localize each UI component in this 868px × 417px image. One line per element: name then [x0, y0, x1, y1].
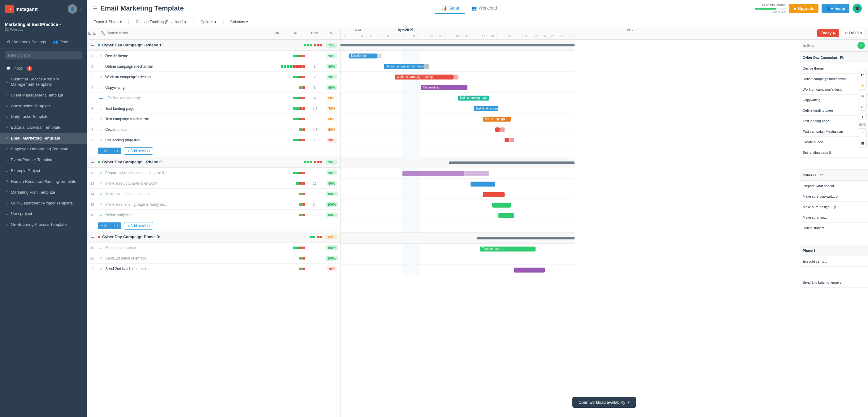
workbook-settings-btn[interactable]: ⚙ Workbook Settings	[5, 38, 48, 45]
sidebar-item-editorial-calendar[interactable]: ≡ Editorial Calendar Template	[0, 122, 87, 133]
gantt-bar-5[interactable]: Define landing page	[458, 96, 489, 100]
section-collapse-icon-3[interactable]: ▬	[87, 235, 98, 238]
gantt-bar-8[interactable]	[495, 127, 500, 132]
sidebar-item-on-boarding[interactable]: ≡ On-Boarding Process Template	[0, 219, 87, 230]
task-check-1[interactable]: ○	[98, 54, 104, 58]
gantt-bar-15[interactable]	[492, 203, 511, 207]
add-task-btn-phase2[interactable]: + Add task	[98, 222, 121, 229]
task-check-4[interactable]: ○	[98, 85, 104, 90]
view-switch-icon[interactable]: ⊟	[93, 31, 97, 36]
sidebar-item-inbox[interactable]: 💬 Inbox 1	[0, 63, 87, 74]
sidebar-item-marketing-plan[interactable]: ≡ Marketing Plan Template	[0, 187, 87, 198]
tab-workload[interactable]: 👥 Workload	[465, 3, 503, 14]
help-button[interactable]: 🎓	[852, 4, 862, 13]
task-check-5[interactable]: ▬	[98, 96, 104, 100]
section-phase3[interactable]: ▬ Cyber Day Campaign Phase 3: 83%	[87, 231, 340, 243]
gantt-expand-icon[interactable]: ⊟	[858, 139, 867, 148]
week-row: W14 Apr 2019 W15 W17	[341, 27, 825, 33]
gantt-warning-icon[interactable]: ⚠	[858, 81, 867, 90]
project-search-input[interactable]	[5, 51, 82, 59]
gantt-undo-icon[interactable]: ↩	[858, 70, 867, 79]
section-collapse-icon-1[interactable]: ▬	[87, 43, 98, 47]
task-check-13[interactable]: ✓	[98, 181, 104, 186]
task-check-3[interactable]: ○	[98, 74, 104, 79]
task-check-7[interactable]: ○	[98, 117, 104, 121]
gantt-minus-icon[interactable]: −	[858, 128, 867, 137]
add-section-btn-phase2[interactable]: + Add section	[124, 222, 153, 229]
section-phase1[interactable]: ▬ Cyber Day Campaign - Phase 1:	[87, 40, 340, 51]
columns-btn[interactable]: Columns ▾	[228, 19, 250, 25]
task-check-2[interactable]: ○	[98, 64, 104, 69]
add-section-btn-phase1[interactable]: + Add section	[124, 147, 153, 155]
tab-gantt[interactable]: 📊 Gantt	[435, 3, 465, 14]
sidebar-toggle[interactable]: ▾	[80, 7, 82, 11]
gantt-milestone-1	[377, 54, 381, 58]
col-header-ri[interactable]: RI ↕	[287, 31, 306, 35]
sidebar-item-customer-service[interactable]: ≡ Customer Service Problem Management Te…	[0, 74, 87, 90]
task-check-20[interactable]: ✓	[98, 256, 104, 260]
gantt-bar-3[interactable]: Work on campaign's design	[395, 74, 454, 79]
team-btn[interactable]: 👥 Team	[51, 38, 71, 45]
gantt-bar-2[interactable]: Define campaign mechanism	[384, 64, 424, 69]
menu-toggle-icon[interactable]: ☰	[93, 6, 97, 11]
section-phase2[interactable]: ▬ Cyber Day Campaign - Phase 2:	[87, 157, 340, 168]
task-check-15[interactable]: ✓	[98, 202, 104, 206]
section-collapse-icon-2[interactable]: ▬	[87, 160, 98, 164]
sidebar-item-multi-department[interactable]: ≡ Multi-Department Project Template	[0, 198, 87, 209]
upgrade-button[interactable]: ★ Upgrade	[789, 4, 819, 13]
col-header-pr[interactable]: PR ↕	[269, 31, 287, 35]
sidebar-item-new-project[interactable]: ≡ New project	[0, 208, 87, 219]
sidebar-item-human-resource[interactable]: ≡ Human Resource Planning Template	[0, 176, 87, 187]
gantt-bar-13[interactable]	[470, 182, 495, 187]
sidebar-item-email-marketing[interactable]: ≡ Email Marketing Template	[0, 133, 87, 144]
task-check-21[interactable]: ○	[98, 266, 104, 271]
gantt-bar-14[interactable]	[483, 192, 504, 197]
gantt-bar-9[interactable]	[504, 138, 509, 142]
change-tracking-btn[interactable]: Change Tracking (Baselines) ▾	[134, 19, 188, 25]
task-check-6[interactable]: ○	[98, 106, 104, 111]
workspace-name[interactable]: Marketing at BestPractice ▾	[5, 22, 82, 27]
days-button[interactable]: ⚙ DAYS ▾	[841, 29, 866, 37]
options-btn[interactable]: Options ▾	[198, 19, 218, 25]
sidebar-item-example-project[interactable]: ≡ Example Project	[0, 165, 87, 176]
sidebar-item-construction[interactable]: ≡ Construction Template	[0, 101, 87, 112]
gantt-bar-1[interactable]: Decide theme	[349, 54, 377, 59]
gantt-bar-6[interactable]: Test landing page	[474, 106, 498, 111]
sidebar-item-daily-tasks[interactable]: ≡ Daily Tasks Template	[0, 111, 87, 122]
add-task-btn-phase1[interactable]: + Add task	[98, 148, 121, 154]
task-check-19[interactable]: ✓	[98, 245, 104, 250]
gantt-task-row-8	[341, 124, 575, 135]
sidebar-item-client-management[interactable]: ≡ Client Management Template	[0, 90, 87, 101]
gantt-bar-7[interactable]: Test campaign...	[483, 117, 511, 122]
add-row-phase2: + Add task + Add section	[87, 220, 340, 231]
workload-availability-popup[interactable]: Open workload availability ▾	[572, 397, 636, 408]
task-search-input[interactable]	[106, 31, 267, 35]
today-button[interactable]: Today ▶	[817, 29, 839, 37]
task-check-9[interactable]: ○	[98, 138, 104, 142]
sidebar-item-employee-onboarding[interactable]: ≡ Employee Onboarding Template	[0, 144, 87, 155]
section-color-3	[98, 236, 100, 238]
workload-tab-icon: 👥	[471, 6, 477, 10]
add-row-phase1: + Add task + Add section	[87, 146, 340, 157]
gantt-scrollable[interactable]: Decide theme Define campaign mechanism	[341, 40, 800, 417]
gantt-task-row-1: Decide theme	[341, 51, 575, 61]
gantt-bar-16[interactable]	[498, 213, 514, 218]
gantt-bar-19[interactable]: Execute camp...	[480, 247, 535, 252]
export-share-btn[interactable]: Export & Share ▾	[92, 19, 124, 25]
gantt-connect-icon[interactable]: ⇌	[858, 102, 867, 111]
gantt-bar-12[interactable]	[402, 171, 464, 176]
task-check-12[interactable]: ✓	[98, 170, 104, 175]
gantt-copy-icon[interactable]: ⎘	[858, 92, 867, 100]
user-avatar[interactable]: 👤	[68, 4, 77, 13]
list-icon-4: ≡	[6, 125, 8, 130]
add-col-icon[interactable]: ⊞	[88, 31, 92, 36]
invite-button[interactable]: 👤+ Invite	[822, 4, 849, 13]
gantt-bar-21[interactable]	[514, 267, 545, 272]
gantt-task-row-6: Test landing page	[341, 103, 575, 114]
task-check-14[interactable]: ✓	[98, 191, 104, 196]
sidebar-item-event-planner[interactable]: ≡ Event Planner Template	[0, 155, 87, 165]
gantt-add-icon[interactable]: +	[858, 113, 867, 121]
gantt-bar-4[interactable]: Copywriting	[421, 85, 467, 90]
task-check-8[interactable]: ○	[98, 127, 104, 132]
task-check-16[interactable]: ✓	[98, 213, 104, 217]
